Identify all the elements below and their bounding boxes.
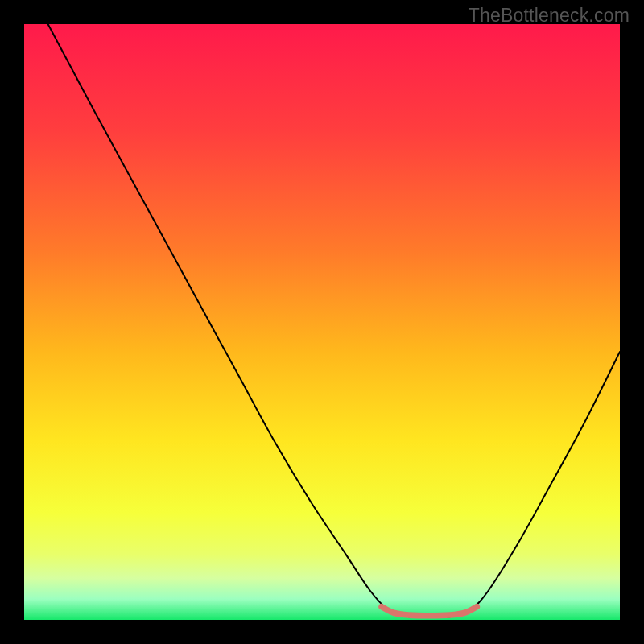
chart-frame: TheBottleneck.com (0, 0, 644, 644)
watermark-label: TheBottleneck.com (469, 5, 630, 27)
bottleneck-chart (24, 24, 620, 620)
plot-area (24, 24, 620, 620)
gradient-background (24, 24, 620, 620)
